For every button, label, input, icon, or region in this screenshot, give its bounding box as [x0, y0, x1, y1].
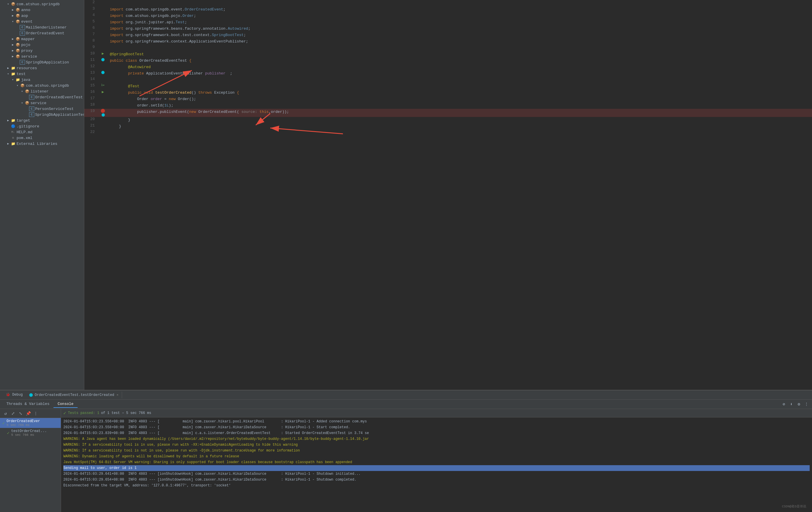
expand-arrow: ▾	[15, 83, 20, 88]
sidebar-item-label: OrderCreatedEventTest	[35, 95, 83, 100]
pin-icon[interactable]: 📌	[25, 410, 31, 416]
sidebar-item-mailsenderlistener[interactable]: C MailSenderListener	[0, 24, 84, 30]
sidebar-item-springdbapplicationtests[interactable]: C SpringDbApplicationTests	[0, 112, 84, 117]
code-line-17: 17 Order order = new Order();	[84, 96, 812, 102]
console-log-area[interactable]: 2024-01-04T15:03:23.556+08:00 INFO 4803 …	[61, 417, 812, 512]
sidebar-item-test[interactable]: ▾ 📁 test	[0, 71, 84, 77]
run-item-ordercreatedevent[interactable]: ✓ OrderCreatedEver 5 sec 766 ms	[0, 418, 61, 428]
line-code: Order order = new Order();	[108, 96, 812, 102]
sidebar-item-proxy[interactable]: ▶ 📦 proxy	[0, 48, 84, 54]
sidebar-item-springdbapplication[interactable]: C SpringDbApplication	[0, 59, 84, 65]
sidebar-item-personservicetest[interactable]: C PersonServiceTest	[0, 106, 84, 112]
line-num: 13	[84, 71, 98, 77]
sidebar-item-label: listener	[30, 89, 49, 94]
code-line-6: 6 import org.springframework.beans.facto…	[84, 26, 812, 32]
code-line-12: 12 @Autowired	[84, 64, 812, 71]
sidebar-item-label: OrderCreatedEvent	[26, 31, 64, 35]
sidebar-item-java[interactable]: ▾ 📁 java	[0, 77, 84, 83]
package-icon: 📦	[20, 83, 25, 88]
sidebar-item-helpmd[interactable]: M↓ HELP.md	[0, 129, 84, 135]
debug-active-icon: ⬤	[102, 113, 105, 117]
code-line-22: 22	[84, 130, 812, 136]
close-tab-button[interactable]: ×	[116, 393, 119, 397]
sidebar-item-event[interactable]: ▾ 📦 event	[0, 19, 84, 24]
class-icon: C	[20, 25, 25, 30]
code-line-18: 18 order.setId(1L);	[84, 102, 812, 109]
lambda-gutter-icon: λ▾	[101, 84, 105, 87]
sidebar-item-springdb-test[interactable]: ▾ 📦 com.atshuo.springdb	[0, 83, 84, 88]
more-icon[interactable]: ⋮	[33, 410, 39, 416]
sidebar-item-ordercreatedevent[interactable]: C OrderCreatedEvent	[0, 30, 84, 36]
settings-icon[interactable]: ⚙	[796, 401, 802, 408]
status-pass-text: Tests passed: 1	[68, 411, 99, 415]
debug-tab[interactable]: 🐞 Debug	[2, 391, 26, 399]
sidebar-item-anno[interactable]: ▶ 📦 anno	[0, 7, 84, 13]
sidebar-item-gitignore[interactable]: 🔵 .gitignore	[0, 123, 84, 129]
line-gutter	[98, 0, 108, 6]
spacer	[6, 130, 10, 134]
rerun-icon[interactable]: ↺	[2, 410, 9, 416]
run-item-text: OrderCreatedEver 5 sec 766 ms	[6, 419, 40, 427]
console-log-line: Disconnected from the target VM, address…	[63, 483, 810, 488]
expand-arrow: ▶	[10, 7, 15, 12]
sidebar-item-service-test[interactable]: ▾ 📦 service	[0, 100, 84, 106]
file-tree-sidebar: ▾ 📦 com.atshuo.springdb ▶ 📦 anno ▶ 📦 aop…	[0, 0, 84, 390]
line-gutter	[98, 26, 108, 32]
toolbar-icons-group: ⊘ ⬇ ⚙ ⋮	[781, 401, 810, 408]
line-code: import org.springframework.context.Appli…	[108, 38, 812, 45]
file-tab-ordercreated[interactable]: ⬤ OrderCreatedEventTest.testOrderCreated…	[26, 392, 122, 398]
run-item-name: testOrderCreat...	[11, 429, 47, 433]
breakpoint-icon[interactable]	[101, 109, 105, 113]
console-status-bar: ✓ Tests passed: 1 of 1 test – 5 sec 766 …	[61, 409, 812, 417]
sidebar-item-mapper[interactable]: ▶ 📦 mapper	[0, 36, 84, 42]
line-num: 20	[84, 117, 98, 123]
sidebar-item-springdb-main[interactable]: ▾ 📦 com.atshuo.springdb	[0, 1, 84, 7]
line-num: 6	[84, 26, 98, 32]
line-gutter: λ▾	[98, 83, 108, 89]
status-detail-text: of 1 test – 5 sec 766 ms	[101, 411, 151, 415]
collapse-all-icon[interactable]: ⤡	[18, 410, 24, 416]
sidebar-item-label: aop	[21, 14, 28, 18]
package-icon: 📦	[24, 89, 30, 94]
clear-console-icon[interactable]: ⊘	[781, 401, 787, 408]
sidebar-item-external-libraries[interactable]: ▶ 📁 External Libraries	[0, 141, 84, 146]
expand-all-icon[interactable]: ⤢	[10, 410, 16, 416]
debug-gutter-icon: ⬤	[101, 58, 105, 61]
expand-arrow: ▶	[6, 141, 10, 146]
sidebar-item-label: pom.xml	[17, 136, 33, 140]
package-icon: 📦	[15, 14, 20, 18]
sidebar-item-label: test	[17, 72, 26, 76]
debug-gutter-icon: ⬤	[101, 71, 105, 74]
sidebar-item-service-main[interactable]: ▶ 📦 service	[0, 54, 84, 59]
console-log-line-warning: Java HotSpot(TM) 64-Bit Server VM warnin…	[63, 459, 810, 465]
sidebar-item-target[interactable]: ▶ 📁 target	[0, 117, 84, 123]
run-item-testordercreated[interactable]: ✓ testOrderCreat... 5 sec 766 ms	[0, 428, 61, 438]
panel-tab-threads[interactable]: Threads & Variables	[2, 401, 54, 408]
sidebar-item-pomxml[interactable]: m pom.xml	[0, 135, 84, 141]
line-gutter	[98, 123, 108, 130]
code-line-5: 5 import org.junit.jupiter.api.Test;	[84, 19, 812, 26]
class-icon: C	[29, 95, 34, 100]
sidebar-item-listener[interactable]: ▾ 📦 listener	[0, 88, 84, 94]
line-gutter	[98, 32, 108, 38]
sidebar-item-ordercreatedeventtest[interactable]: C OrderCreatedEventTest	[0, 94, 84, 100]
expand-arrow: ▾	[10, 19, 15, 24]
sidebar-item-aop[interactable]: ▶ 📦 aop	[0, 13, 84, 19]
expand-arrow: ▾	[6, 72, 10, 76]
code-line-14: 14	[84, 77, 812, 83]
sidebar-item-pojo[interactable]: ▶ 📦 pojo	[0, 42, 84, 48]
console-log-line-warning: WARNING: A Java agent has been loaded dy…	[63, 436, 810, 442]
run-gutter-icon[interactable]: ▶	[102, 52, 104, 56]
code-line-7: 7 import org.springframework.boot.test.c…	[84, 32, 812, 38]
run-gutter-icon[interactable]: ▶	[102, 90, 104, 94]
panel-tab-console[interactable]: Console	[54, 401, 78, 408]
console-log-line: 2024-01-04T15:03:23.556+08:00 INFO 4803 …	[63, 419, 810, 425]
scroll-end-icon[interactable]: ⬇	[788, 401, 794, 408]
line-num: 4	[84, 13, 98, 19]
more-options-icon[interactable]: ⋮	[803, 401, 810, 408]
run-item-name: OrderCreatedEver	[6, 419, 40, 423]
sidebar-item-resources[interactable]: ▶ 📁 resources	[0, 65, 84, 71]
panel-tab-label: Threads & Variables	[6, 402, 50, 406]
spacer	[24, 112, 29, 117]
code-editor[interactable]: 2 3 import com.atshuo.springdb.event.Ord…	[84, 0, 812, 390]
